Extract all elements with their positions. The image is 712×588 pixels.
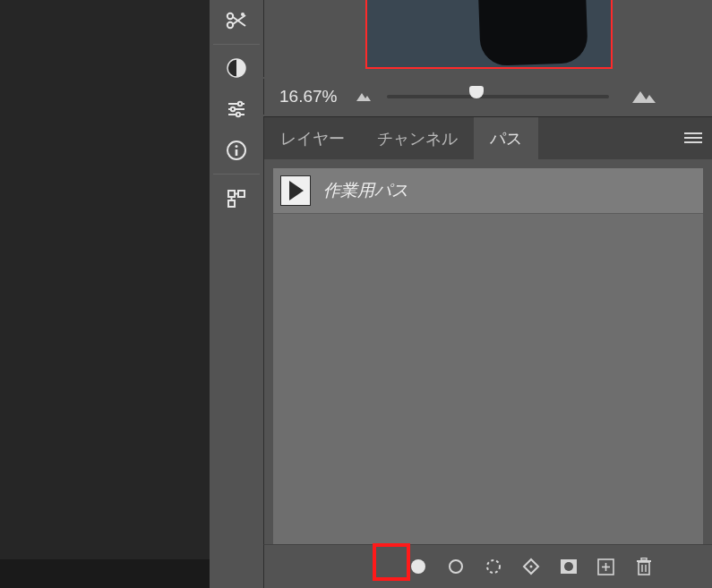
svg-point-6 [238, 102, 242, 106]
path-to-selection-button[interactable] [483, 556, 504, 577]
info-tool[interactable] [210, 130, 263, 171]
svg-rect-35 [641, 558, 647, 561]
canvas-edge [0, 559, 210, 588]
stroke-path-button[interactable] [445, 556, 467, 577]
svg-rect-15 [238, 191, 244, 197]
properties-tool[interactable] [210, 177, 263, 218]
svg-point-1 [227, 13, 233, 19]
tab-label: レイヤー [280, 128, 345, 149]
sliders-icon [226, 98, 247, 120]
adjustments-tool[interactable] [210, 89, 263, 130]
fill-circle-icon [410, 558, 426, 575]
preview-content [477, 0, 588, 66]
navigator-preview[interactable] [263, 0, 712, 77]
path-thumbnail [280, 175, 311, 206]
vector-mask-button[interactable] [558, 556, 579, 577]
new-path-button[interactable] [596, 556, 617, 577]
svg-point-8 [231, 107, 235, 111]
paths-bottom-toolbar [263, 544, 712, 588]
stroke-circle-icon [448, 558, 464, 575]
tab-paths[interactable]: パス [474, 117, 538, 159]
svg-point-24 [487, 560, 500, 573]
path-item[interactable]: 作業用パス [273, 168, 703, 213]
path-name-label: 作業用パス [323, 179, 408, 202]
properties-icon [226, 187, 247, 209]
tab-channels[interactable]: チャンネル [361, 117, 474, 159]
canvas-empty-area [0, 0, 210, 559]
zoom-in-icon[interactable] [631, 89, 657, 105]
svg-point-25 [529, 566, 532, 568]
mask-icon [560, 558, 578, 575]
hamburger-icon [684, 132, 702, 145]
tab-label: パス [490, 128, 522, 149]
invert-icon [226, 57, 247, 79]
svg-point-27 [564, 562, 573, 571]
trash-icon [636, 558, 652, 575]
tab-label: チャンネル [377, 128, 458, 149]
svg-point-22 [411, 559, 425, 574]
zoom-out-icon[interactable] [355, 90, 373, 103]
paths-empty-area[interactable] [273, 213, 703, 549]
delete-path-button[interactable] [633, 556, 655, 577]
svg-point-23 [450, 560, 462, 573]
svg-rect-19 [684, 132, 702, 134]
svg-point-0 [227, 22, 233, 28]
color-sampler-tool[interactable] [210, 0, 263, 41]
path-shape-icon [286, 179, 305, 202]
zoom-slider[interactable] [387, 95, 609, 98]
svg-rect-21 [684, 141, 702, 143]
svg-rect-14 [228, 191, 235, 197]
fill-path-button[interactable] [407, 556, 429, 577]
paths-panel-body: 作業用パス [263, 159, 712, 544]
tab-layers[interactable]: レイヤー [264, 117, 361, 159]
scissors-icon [225, 9, 248, 32]
panel-menu-button[interactable] [674, 117, 712, 159]
tool-separator [213, 44, 260, 45]
zoom-percentage[interactable]: 16.67% [264, 87, 349, 107]
svg-rect-13 [236, 149, 238, 156]
selection-to-path-button[interactable] [520, 556, 542, 577]
svg-point-2 [241, 13, 244, 16]
plus-square-icon [597, 558, 614, 575]
dashed-circle-icon [485, 558, 502, 575]
info-icon [226, 140, 247, 161]
svg-rect-20 [684, 137, 702, 139]
diamond-icon [522, 558, 540, 575]
navigator-visible-frame [365, 0, 613, 69]
svg-rect-16 [228, 200, 235, 207]
invert-tool[interactable] [210, 47, 263, 89]
zoom-slider-thumb[interactable] [469, 86, 484, 98]
navigator-zoom-row: 16.67% [263, 79, 712, 115]
panel-tab-bar: レイヤー チャンネル パス [263, 116, 712, 159]
svg-rect-31 [639, 562, 649, 575]
tool-separator [213, 174, 260, 175]
svg-point-10 [236, 113, 240, 116]
svg-point-12 [236, 145, 238, 148]
right-tool-strip [210, 0, 263, 588]
